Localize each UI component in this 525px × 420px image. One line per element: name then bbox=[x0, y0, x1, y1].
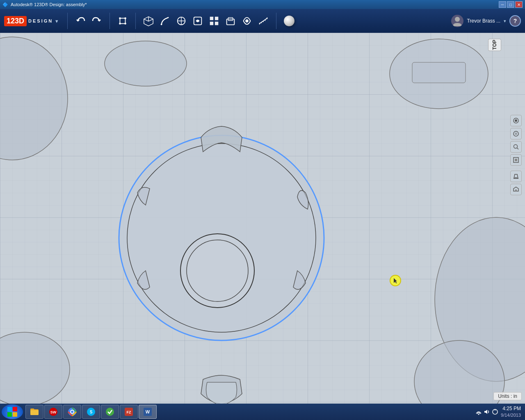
group-button[interactable] bbox=[223, 12, 238, 30]
svg-point-14 bbox=[245, 19, 248, 22]
taskbar: SW S FZ bbox=[0, 404, 525, 420]
zoom-in-button[interactable] bbox=[510, 115, 522, 126]
svg-point-48 bbox=[71, 411, 73, 413]
taskbar-right: 4:25 PM 9/14/2013 bbox=[475, 405, 523, 418]
close-button[interactable]: ✕ bbox=[515, 1, 523, 8]
tray-icons bbox=[475, 409, 498, 415]
modify-icon bbox=[192, 15, 203, 27]
taskbar-solidworks[interactable]: SW bbox=[44, 405, 62, 419]
units-indicator[interactable]: Units : in bbox=[493, 392, 522, 400]
svg-text:S: S bbox=[90, 410, 93, 414]
start-button[interactable] bbox=[2, 404, 23, 419]
svg-rect-8 bbox=[210, 17, 213, 20]
search-button[interactable] bbox=[510, 141, 522, 153]
sketch-icon bbox=[159, 15, 171, 27]
canvas-area[interactable]: TOP bbox=[0, 33, 525, 404]
redo-icon bbox=[91, 15, 103, 27]
svg-point-1 bbox=[119, 17, 121, 19]
construct-button[interactable] bbox=[173, 12, 189, 30]
svg-point-5 bbox=[161, 24, 162, 25]
minimize-button[interactable]: ─ bbox=[499, 1, 506, 8]
logo-dropdown-icon[interactable]: ▾ bbox=[55, 18, 58, 24]
user-avatar-icon bbox=[451, 15, 463, 27]
taskbar-word[interactable]: W bbox=[139, 405, 157, 419]
main-toolbar: 123D DESIGN ▾ bbox=[0, 9, 525, 33]
pattern-button[interactable] bbox=[206, 12, 222, 30]
windows-logo-icon bbox=[6, 406, 18, 418]
clock[interactable]: 4:25 PM 9/14/2013 bbox=[501, 405, 521, 418]
taskbar-explorer[interactable] bbox=[25, 405, 43, 419]
undo-icon bbox=[75, 15, 86, 27]
chrome-icon bbox=[67, 407, 77, 417]
fit-view-button[interactable] bbox=[510, 154, 522, 166]
undo-redo-group bbox=[73, 12, 105, 30]
logo-area: 123D DESIGN ▾ bbox=[4, 16, 58, 26]
modify-button[interactable] bbox=[190, 12, 205, 30]
navigation-controls bbox=[510, 115, 522, 195]
fit-view-icon bbox=[513, 157, 519, 163]
zoom-out-button[interactable] bbox=[510, 128, 522, 139]
date-display: 9/14/2013 bbox=[501, 412, 521, 418]
separator-4 bbox=[276, 13, 276, 29]
svg-point-51 bbox=[106, 408, 114, 416]
svg-rect-11 bbox=[215, 22, 218, 25]
construct-icon bbox=[176, 15, 187, 27]
redo-button[interactable] bbox=[89, 12, 105, 30]
window-controls: ─ □ ✕ bbox=[499, 1, 523, 8]
group-icon bbox=[225, 15, 236, 27]
transform-button[interactable] bbox=[115, 12, 130, 30]
network-icon bbox=[475, 409, 482, 415]
primitives-group bbox=[141, 12, 271, 30]
perspective-button[interactable] bbox=[510, 171, 522, 182]
svg-rect-39 bbox=[7, 407, 12, 411]
window-title: Autodesk® 123D® Design: assembly* bbox=[11, 2, 499, 7]
maximize-button[interactable]: □ bbox=[507, 1, 514, 8]
search-icon bbox=[513, 144, 519, 150]
green-app-icon bbox=[105, 407, 115, 417]
user-dropdown-icon[interactable]: ▾ bbox=[504, 18, 506, 24]
home-view-icon bbox=[513, 186, 519, 193]
svg-point-34 bbox=[514, 145, 518, 148]
word-icon: W bbox=[143, 407, 153, 417]
taskbar-app-green[interactable] bbox=[101, 405, 119, 419]
material-button[interactable] bbox=[281, 12, 297, 30]
svg-rect-9 bbox=[215, 17, 218, 20]
primitives-button[interactable] bbox=[141, 12, 156, 30]
svg-rect-12 bbox=[227, 19, 235, 25]
user-name[interactable]: Trevor Brass ... bbox=[467, 18, 500, 24]
svg-point-56 bbox=[478, 414, 479, 415]
taskbar-skype[interactable]: S bbox=[82, 405, 100, 419]
svg-point-31 bbox=[515, 119, 517, 122]
volume-icon bbox=[484, 409, 490, 415]
user-avatar bbox=[451, 15, 463, 27]
svg-rect-43 bbox=[30, 410, 39, 415]
separator-3 bbox=[135, 13, 136, 29]
svg-rect-42 bbox=[13, 412, 17, 417]
material-sphere-icon bbox=[284, 16, 294, 26]
taskbar-chrome[interactable] bbox=[63, 405, 81, 419]
grid-background bbox=[0, 33, 525, 404]
measure-button[interactable] bbox=[256, 12, 271, 30]
help-button[interactable]: ? bbox=[509, 15, 521, 27]
power-icon bbox=[492, 409, 498, 415]
svg-rect-10 bbox=[210, 22, 213, 25]
zoom-in-icon bbox=[513, 117, 519, 124]
svg-point-4 bbox=[124, 23, 126, 25]
undo-button[interactable] bbox=[73, 12, 88, 30]
skype-icon: S bbox=[86, 407, 96, 417]
snap-button[interactable] bbox=[239, 12, 255, 30]
svg-text:FZ: FZ bbox=[127, 410, 131, 414]
svg-text:W: W bbox=[146, 409, 150, 414]
svg-point-22 bbox=[187, 240, 248, 301]
separator-1 bbox=[67, 13, 68, 29]
sketch-button[interactable] bbox=[157, 12, 173, 30]
solidworks-icon: SW bbox=[48, 407, 58, 417]
taskbar-filezilla[interactable]: FZ bbox=[120, 405, 138, 419]
time-display: 4:25 PM bbox=[501, 405, 521, 412]
logo-box: 123D bbox=[4, 16, 27, 26]
home-view-button[interactable] bbox=[510, 184, 522, 195]
user-area: Trevor Brass ... ▾ ? bbox=[451, 15, 521, 27]
title-bar: 🔷 Autodesk® 123D® Design: assembly* ─ □ … bbox=[0, 0, 525, 9]
measure-icon bbox=[258, 15, 269, 27]
svg-text:SW: SW bbox=[50, 410, 57, 414]
